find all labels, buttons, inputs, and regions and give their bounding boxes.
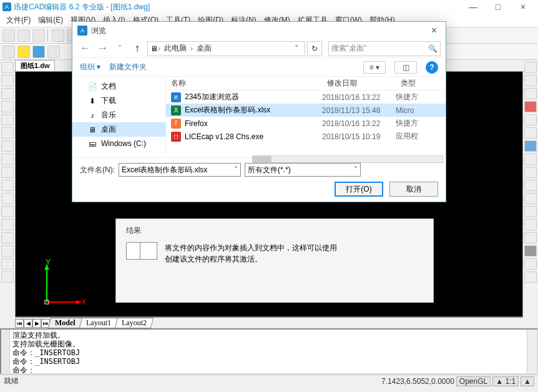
organize-menu[interactable]: 组织 ▾ — [80, 62, 100, 72]
mod-offset-icon[interactable] — [524, 127, 537, 139]
layout-tab-2[interactable]: Layout2 — [114, 318, 154, 328]
tb-new-icon[interactable] — [2, 29, 15, 42]
view-mode-button[interactable]: ≡ ▾ — [363, 61, 386, 74]
layout-nav-first-icon[interactable]: ⏮ — [15, 319, 24, 328]
command-window[interactable]: 渲染支持加载。 支持加载光栅图像。 命令：_INSERTOBJ 命令：_INSE… — [0, 328, 538, 375]
search-input[interactable]: 搜索"桌面" 🔍 — [328, 41, 441, 56]
tool-misc3-icon[interactable] — [1, 272, 14, 283]
filetype-select[interactable]: 所有文件(*.*) ˅ — [245, 163, 361, 177]
tool-block-icon[interactable] — [1, 193, 14, 204]
file-row[interactable]: e2345加速浏览器2018/10/16 13:22快捷方 — [166, 91, 446, 104]
sidebar-item[interactable]: 📄文档 — [72, 79, 165, 94]
nav-recent-icon[interactable]: ˅ — [112, 41, 127, 56]
tool-ellipse-icon[interactable] — [1, 127, 14, 139]
refresh-button[interactable]: ↻ — [307, 41, 322, 56]
col-name[interactable]: 名称 — [166, 78, 322, 89]
tool-hatch-icon[interactable] — [1, 154, 14, 165]
sidebar-item[interactable]: ♪音乐 — [72, 108, 165, 122]
tb-color-icon[interactable] — [32, 46, 45, 58]
col-date[interactable]: 修改日期 — [322, 78, 396, 89]
file-date: 2018/11/13 15:48 — [322, 106, 396, 115]
mod-break-icon[interactable] — [524, 206, 537, 217]
preview-pane-button[interactable]: ◫ — [394, 61, 417, 74]
mod-copy-icon[interactable] — [524, 75, 537, 86]
file-row[interactable]: XExcel表格制作条形码.xlsx2018/11/13 15:48Micro — [166, 104, 446, 117]
open-button[interactable]: 打开(O) — [335, 182, 383, 197]
command-text[interactable]: 渲染支持加载。 支持加载光栅图像。 命令：_INSERTOBJ 命令：_INSE… — [10, 330, 527, 373]
tool-misc2-icon[interactable] — [1, 258, 14, 270]
tb-open-icon[interactable] — [17, 29, 30, 42]
tb-bulb-icon[interactable] — [17, 46, 30, 58]
mod-trim-icon[interactable] — [524, 180, 537, 191]
tool-rect-icon[interactable] — [1, 101, 14, 112]
breadcrumb-desktop[interactable]: 桌面 — [193, 43, 215, 54]
window-minimize-button[interactable]: — — [461, 2, 486, 12]
layout-nav-prev-icon[interactable]: ◀ — [24, 319, 32, 328]
cmd-scrollbar[interactable] — [527, 330, 537, 373]
mod-scale-icon[interactable] — [524, 154, 537, 165]
mod-join-icon[interactable] — [524, 258, 537, 270]
col-type[interactable]: 类型 — [396, 78, 446, 89]
breadcrumb[interactable]: 🖥 › 此电脑 › 桌面 ˅ — [147, 41, 305, 56]
mod-chamfer-icon[interactable] — [524, 232, 537, 243]
doc-tab[interactable]: 图纸1.dw — [15, 60, 55, 71]
tool-poly-icon[interactable] — [1, 114, 14, 125]
window-close-button[interactable]: × — [511, 2, 536, 12]
layout-tab-1[interactable]: Layout1 — [79, 318, 118, 328]
dialog-titlebar[interactable]: A 浏览 × — [72, 22, 446, 39]
file-row[interactable]: fFirefox2018/10/16 13:22快捷方 — [166, 117, 446, 130]
tool-spline-icon[interactable] — [1, 140, 14, 152]
sidebar-item[interactable]: ⬇下载 — [72, 94, 165, 108]
status-scale[interactable]: ▲ 1:1 — [492, 376, 519, 386]
mod-stretch-icon[interactable] — [524, 167, 537, 178]
sidebar-item[interactable]: 🖥桌面 — [72, 122, 165, 137]
filename-input[interactable]: Excel表格制作条形码.xlsx ˅ — [119, 163, 241, 177]
cancel-button[interactable]: 取消 — [389, 182, 438, 197]
dialog-close-button[interactable]: × — [428, 25, 441, 36]
list-h-scrollbar[interactable] — [252, 155, 443, 157]
tool-point-icon[interactable] — [1, 206, 14, 217]
window-maximize-button[interactable]: □ — [486, 2, 511, 12]
help-icon[interactable]: ? — [426, 61, 438, 74]
cmd-grip-icon[interactable] — [1, 330, 10, 373]
tool-region-icon[interactable] — [1, 219, 14, 230]
menu-edit[interactable]: 编辑(E) — [34, 14, 67, 27]
tb-print-icon[interactable] — [52, 29, 64, 42]
mod-array-icon[interactable] — [524, 140, 537, 152]
breadcrumb-dropdown-icon[interactable]: ˅ — [291, 44, 302, 53]
new-folder-button[interactable]: 新建文件夹 — [109, 62, 147, 72]
tool-line-icon[interactable] — [1, 62, 14, 73]
tool-arc-icon[interactable] — [1, 75, 14, 86]
mod-fillet-icon[interactable] — [524, 219, 537, 230]
mod-extend-icon[interactable] — [524, 193, 537, 204]
layout-tab-model[interactable]: Model — [48, 318, 82, 328]
breadcrumb-pc-icon[interactable]: 🖥 — [150, 44, 158, 53]
tool-circle-icon[interactable] — [1, 88, 14, 99]
mod-mirror-icon[interactable] — [524, 114, 537, 125]
tb-misc-icon[interactable] — [47, 46, 60, 58]
sidebar-item[interactable]: 🖴Windows (C:) — [72, 137, 165, 150]
tool-table-icon[interactable] — [1, 232, 14, 243]
layout-nav-next-icon[interactable]: ▶ — [32, 319, 41, 328]
tb-save-icon[interactable] — [32, 29, 45, 42]
breadcrumb-pc[interactable]: 此电脑 — [160, 43, 190, 54]
file-row[interactable]: □LICEcap v1.28 Chs.exe2018/10/15 10:19应用… — [166, 130, 446, 143]
mod-move-icon[interactable] — [524, 62, 537, 73]
nav-back-icon[interactable]: ← — [77, 41, 92, 56]
file-list: 名称 修改日期 类型 e2345加速浏览器2018/10/16 13:22快捷方… — [166, 77, 446, 157]
menu-file[interactable]: 文件(F) — [2, 14, 34, 27]
mod-align-icon[interactable] — [524, 272, 537, 283]
status-extra[interactable]: ▲ — [521, 376, 534, 386]
tb-layer-icon[interactable] — [2, 46, 15, 58]
mod-rotate-icon[interactable] — [524, 88, 537, 99]
tool-dim-icon[interactable] — [1, 180, 14, 191]
chevron-down-icon[interactable]: ˅ — [234, 165, 238, 174]
mod-explode-icon[interactable] — [524, 245, 537, 257]
tool-misc1-icon[interactable] — [1, 245, 14, 257]
list-header[interactable]: 名称 修改日期 类型 — [166, 77, 446, 91]
chevron-down-icon[interactable]: ˅ — [354, 165, 358, 174]
mod-erase-icon[interactable] — [524, 101, 537, 112]
search-icon[interactable]: 🔍 — [428, 44, 438, 53]
nav-up-icon[interactable]: ↑ — [130, 41, 145, 56]
tool-text-icon[interactable] — [1, 167, 14, 178]
